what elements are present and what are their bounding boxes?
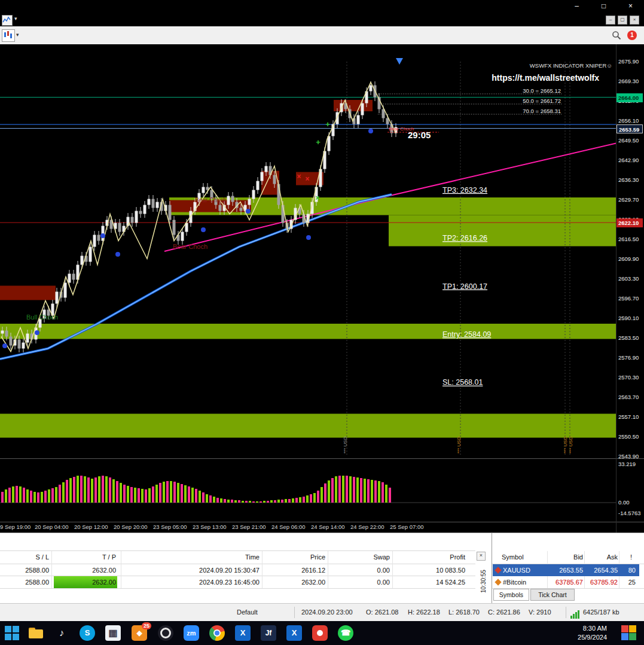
oscillator-axis-label: 0.00: [618, 499, 630, 506]
chart-type-icon[interactable]: [2, 29, 15, 42]
price-axis[interactable]: 2675.902669.302662.702656.102649.502642.…: [616, 44, 644, 533]
price-axis-label: 2603.30: [618, 275, 639, 282]
svg-text:SL: 2568.01: SL: 2568.01: [442, 378, 483, 387]
trade-row-tp-highlight[interactable]: 2632.00: [54, 576, 117, 588]
notification-count-badge: 25: [142, 622, 151, 629]
window-controls: – □ ×: [563, 0, 644, 13]
mw-symbol[interactable]: XAUUSD: [503, 564, 530, 576]
chevron-down-icon[interactable]: ▾: [16, 32, 19, 38]
chart-window-icon[interactable]: [2, 15, 13, 26]
menu-bar: ▾ – ▢ ×: [0, 13, 644, 27]
child-close-button[interactable]: ×: [630, 16, 639, 25]
trade-row-sl[interactable]: 2588.00: [0, 564, 49, 576]
col-header-tp[interactable]: T / P: [54, 551, 116, 563]
svg-text:+: +: [325, 120, 330, 129]
svg-text:WSWFX INDICATOR XNIPER☺: WSWFX INDICATOR XNIPER☺: [530, 62, 612, 69]
ohlc-close: C: 2621.86: [488, 609, 520, 616]
oscillator-canvas[interactable]: [0, 458, 616, 522]
notification-badge[interactable]: 1: [627, 31, 637, 40]
trade-row-swap[interactable]: 0.00: [329, 564, 390, 576]
status-bar: Default 2024.09.20 23:00 O: 2621.08 H: 2…: [0, 603, 644, 622]
start-button[interactable]: [5, 625, 20, 641]
time-axis-label: 23 Sep 05:00: [153, 524, 187, 530]
col-header-sl[interactable]: S / L: [0, 551, 49, 563]
weather-widget-icon[interactable]: [621, 625, 637, 641]
trade-row-swap[interactable]: 0.00: [329, 576, 390, 588]
trade-row-time[interactable]: 2024.09.23 16:45:00: [126, 576, 260, 588]
minimize-button[interactable]: –: [563, 0, 590, 13]
col-header-time[interactable]: Time: [126, 551, 260, 563]
col-header-profit[interactable]: Profit: [393, 551, 465, 563]
mw-header-ask[interactable]: Ask: [585, 551, 618, 563]
col-header-swap[interactable]: Swap: [329, 551, 390, 563]
tab-symbols[interactable]: Symbols: [493, 589, 529, 601]
chart-canvas[interactable]: 30.0 = 2665.1250.0 = 2661.7270.0 = 2658.…: [0, 44, 616, 458]
time-axis-label: 24 Sep 06:00: [271, 524, 306, 530]
price-tag: 2653.59: [616, 124, 643, 133]
grid-layer: [347, 62, 570, 457]
time-axis-label: 20 Sep 20:00: [114, 524, 148, 530]
child-restore-button[interactable]: ▢: [618, 16, 627, 25]
taskbar-clock[interactable]: 8:30 AM 25/9/2024: [578, 624, 607, 642]
mw-ask[interactable]: 2654.35: [585, 564, 618, 576]
svg-text:TP1: 2600.17: TP1: 2600.17: [442, 282, 487, 291]
panel-close-button[interactable]: ×: [477, 552, 486, 561]
obs-icon[interactable]: [158, 625, 173, 641]
trade-row-time[interactable]: 2024.09.20 15:30:47: [126, 564, 260, 576]
symbol-icon: [495, 579, 501, 585]
col-header-price[interactable]: Price: [263, 551, 325, 563]
trade-row-profit[interactable]: 14 524.25: [393, 576, 465, 588]
trade-row-tp[interactable]: 2632.00: [54, 564, 116, 576]
ohlc-high: H: 2622.18: [408, 609, 440, 616]
mw-header-spread[interactable]: !: [620, 551, 632, 563]
time-axis-label: 20 Sep 04:00: [35, 524, 69, 530]
mw-header-symbol[interactable]: Symbol: [502, 551, 524, 563]
red-app-icon[interactable]: [312, 625, 328, 641]
whatsapp-icon[interactable]: ☎: [338, 625, 353, 641]
trading-app-x-icon[interactable]: X: [235, 625, 251, 641]
child-window-controls: – ▢ ×: [606, 16, 639, 25]
audio-app-icon[interactable]: ♪: [54, 625, 69, 641]
mt-mobile-icon[interactable]: ◆ 25: [132, 625, 147, 641]
trade-row-price[interactable]: 2632.00: [263, 576, 325, 588]
mw-bid[interactable]: 2653.55: [550, 564, 583, 576]
mw-spread[interactable]: 80: [620, 564, 636, 576]
mw-ask[interactable]: 63785.92: [585, 576, 618, 588]
price-axis-label: 2576.90: [618, 354, 639, 361]
child-minimize-button[interactable]: –: [606, 16, 615, 25]
chrome-icon[interactable]: [209, 625, 225, 641]
time-axis-label: 24 Sep 14:00: [311, 524, 345, 530]
calculator-icon[interactable]: ▦: [105, 625, 121, 641]
price-axis-label: 2583.50: [618, 334, 639, 342]
search-icon[interactable]: [612, 31, 621, 40]
time-axis-label: 24 Sep 22:00: [350, 524, 384, 530]
oscillator-axis-label: -14.5763: [618, 510, 641, 517]
price-axis-label: 2557.10: [618, 413, 639, 421]
oscillator-axis-label: 33.219: [618, 461, 636, 468]
mw-symbol[interactable]: #Bitcoin: [503, 576, 526, 588]
mw-bid[interactable]: 63785.67: [550, 576, 583, 588]
file-explorer-icon[interactable]: [28, 625, 44, 641]
tab-tick-chart[interactable]: Tick Chart: [530, 589, 575, 601]
maximize-button[interactable]: □: [590, 0, 617, 13]
trade-row-sl[interactable]: 2588.00: [0, 576, 49, 588]
connection-status: 6425/187 kb: [583, 609, 619, 616]
divider: [294, 607, 295, 618]
trade-row-price[interactable]: 2616.12: [263, 564, 325, 576]
trade-row-profit[interactable]: 10 083.50: [393, 564, 465, 576]
jforex-icon[interactable]: Jf: [261, 625, 276, 641]
time-axis[interactable]: 9 Sep 19:0020 Sep 04:0020 Sep 12:0020 Se…: [0, 522, 616, 533]
svg-text:*** USD: *** USD: [568, 436, 573, 454]
price-axis-label: 2570.30: [618, 374, 639, 381]
zoom-icon[interactable]: zm: [184, 625, 199, 641]
trading-app-x-icon[interactable]: X: [286, 625, 302, 641]
price-axis-label: 2609.90: [618, 255, 639, 263]
skype-icon[interactable]: S: [80, 625, 95, 641]
chevron-down-icon[interactable]: ▾: [14, 16, 17, 22]
mw-spread[interactable]: 25: [620, 576, 636, 588]
candle-time: 2024.09.20 23:00: [301, 609, 353, 616]
divider: [0, 550, 475, 551]
mw-header-bid[interactable]: Bid: [550, 551, 583, 563]
close-button[interactable]: ×: [617, 0, 644, 13]
panel-divider[interactable]: [0, 458, 644, 459]
